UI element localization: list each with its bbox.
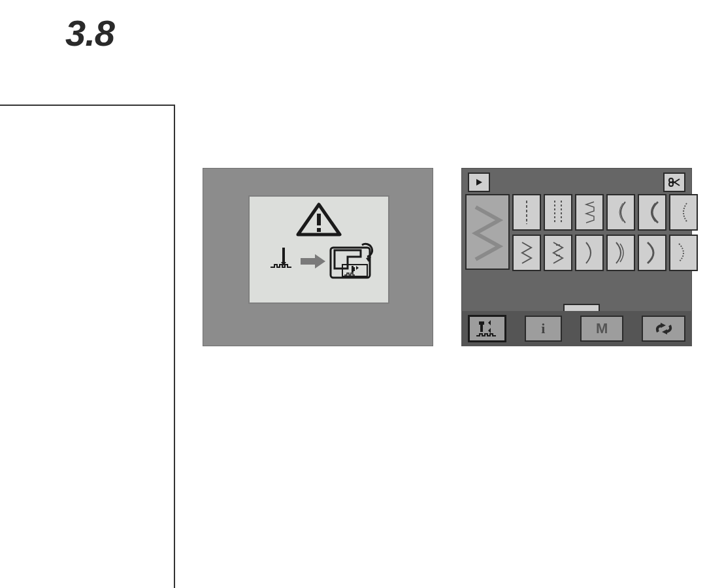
svg-rect-6 [331,248,370,278]
svg-rect-24 [479,321,484,325]
blindstitch-heavy-icon [642,198,662,227]
cycle-arrows-icon [653,320,675,337]
stitch-curve-double[interactable] [606,235,635,271]
stitch-row-2 [512,235,700,271]
triple-stretch-icon [548,198,568,227]
straight-stitch-icon [517,198,536,227]
warning-triangle-icon [298,204,340,235]
stitch-blind-double[interactable] [606,194,635,231]
screen-topbar [468,172,685,191]
curve-heavy-icon [642,238,662,267]
svg-marker-26 [488,328,491,333]
menu-m-icon: M [596,320,608,337]
stitch-arc-narrow[interactable] [669,194,698,231]
stitch-triple-stretch[interactable] [544,194,572,231]
blindstitch-left-icon [580,198,599,227]
arrow-right-icon [301,254,325,269]
svg-marker-11 [356,266,359,270]
svg-rect-1 [317,228,321,232]
scissors-icon [668,178,680,187]
bottom-toolbar: i M [461,311,692,346]
svg-rect-4 [301,258,315,265]
info-button[interactable]: i [525,316,562,342]
stitch-grid [465,194,687,275]
page-horizontal-rule [0,105,174,106]
svg-marker-5 [315,254,325,269]
curve-wide-icon [674,238,693,267]
stitch-reinforced-zigzag[interactable] [544,235,572,271]
svg-marker-28 [662,329,667,335]
play-triangle-icon [474,178,484,187]
needle-with-feed-icon [271,248,291,267]
page-vertical-rule [174,105,175,588]
curve-double-icon [611,238,631,267]
svg-rect-9 [352,266,354,272]
tilt-machine-icon [331,244,372,278]
cut-thread-button[interactable] [663,172,685,192]
back-play-button[interactable] [468,172,490,192]
section-number: 3.8 [65,12,114,54]
svg-marker-27 [661,323,666,328]
warning-dialog-graphic [250,197,388,302]
stitch-blind-left[interactable] [575,194,604,231]
warning-dialog [248,195,389,304]
device-screen-stitch-menu: i M [461,168,692,346]
needle-position-button[interactable] [468,315,506,342]
arc-narrow-icon [674,198,693,227]
cycle-button[interactable] [642,316,685,342]
needle-updown-icon [474,319,500,338]
stitch-blind-heavy[interactable] [638,194,666,231]
stitch-curve-heavy[interactable] [638,235,666,271]
info-icon: i [541,320,545,337]
svg-marker-25 [488,320,491,325]
blindstitch-double-icon [611,198,631,227]
wide-zigzag-icon [467,195,508,269]
device-screen-warning [203,168,433,346]
menu-button[interactable]: M [580,316,624,342]
stitch-curve-right[interactable] [575,235,604,271]
stitch-straight[interactable] [512,194,541,231]
stitch-curve-wide[interactable] [669,235,698,271]
svg-rect-0 [317,214,321,225]
zigzag-icon [517,238,536,267]
reinforced-zigzag-icon [548,238,568,267]
curve-right-icon [580,238,599,267]
stitch-zigzag[interactable] [512,235,541,271]
svg-marker-12 [476,179,482,186]
stitch-row-1 [512,194,700,231]
selected-stitch-tile[interactable] [465,194,510,270]
